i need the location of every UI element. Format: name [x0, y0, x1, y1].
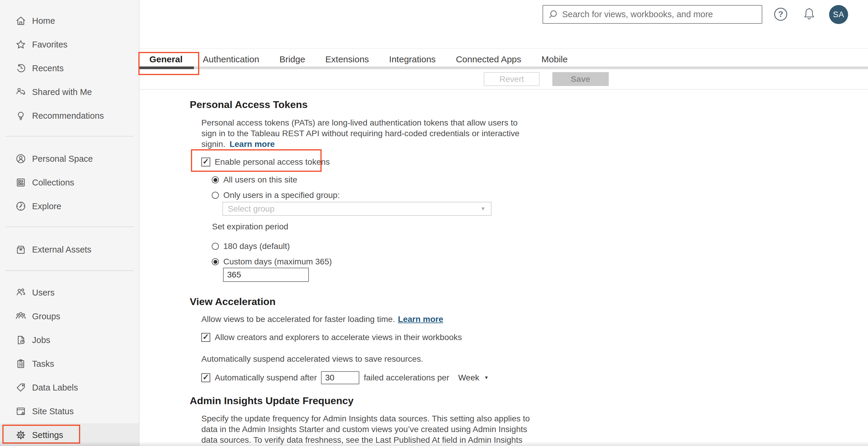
va-suspend-row: ✓ Automatically suspend after failed acc… [202, 371, 489, 384]
suspend-period-select[interactable]: Week ▼ [458, 373, 489, 382]
va-learn-more-link[interactable]: Learn more [398, 314, 443, 324]
scope-group-label: Only users in a specified group: [223, 191, 340, 200]
view-acceleration-title: View Acceleration [190, 296, 276, 307]
admin-insights-title: Admin Insights Update Frequency [190, 395, 354, 407]
revert-button[interactable]: Revert [484, 72, 539, 86]
notifications-bell-icon[interactable] [802, 6, 816, 22]
sidebar-item-favorites[interactable]: Favorites [0, 33, 139, 56]
lightbulb-icon [15, 110, 27, 122]
sidebar-item-label: Tasks [32, 359, 54, 369]
chevron-down-icon: ▼ [480, 206, 486, 212]
sidebar-item-label: Home [32, 16, 55, 26]
exp-default-row: 180 days (default) [212, 240, 290, 253]
shared-with-me-icon [15, 86, 27, 98]
star-icon [15, 39, 27, 50]
selected-tab-underline [140, 66, 194, 69]
sidebar-item-label: Personal Space [32, 154, 93, 164]
scope-all-label: All users on this site [223, 175, 297, 184]
gear-icon [15, 429, 27, 441]
save-button[interactable]: Save [552, 72, 609, 86]
group-select-dropdown[interactable]: Select group ▼ [222, 202, 492, 216]
sidebar-item-collections[interactable]: Collections [0, 171, 139, 194]
exp-custom-label: Custom days (maximum 365) [223, 257, 332, 267]
sidebar-item-personal-space[interactable]: Personal Space [0, 147, 139, 171]
sidebar-item-recommendations[interactable]: Recommendations [0, 104, 139, 128]
group-select-placeholder: Select group [228, 204, 274, 214]
exp-custom-radio[interactable] [212, 258, 219, 265]
sidebar-item-explore[interactable]: Explore [0, 194, 139, 218]
admin-insights-description: Specify the update frequency for Admin I… [202, 413, 647, 445]
pat-section-title: Personal Access Tokens [190, 99, 308, 110]
allow-accelerate-label: Allow creators and explorers to accelera… [215, 333, 462, 342]
sidebar-item-label: Collections [32, 178, 74, 187]
header-divider [140, 48, 868, 49]
enable-pat-label: Enable personal access tokens [215, 157, 330, 167]
sidebar-item-label: Groups [32, 312, 60, 321]
va-intro: Allow views to be accelerated for faster… [202, 314, 647, 324]
users-icon [15, 287, 27, 299]
tableau-settings-page: HomeFavoritesRecentsShared with MeRecomm… [0, 0, 868, 446]
pat-scope-all-row: All users on this site [212, 173, 297, 186]
site-status-icon [15, 405, 27, 417]
sidebar-divider [5, 227, 134, 227]
tab-bridge[interactable]: Bridge [279, 54, 305, 64]
sidebar-item-external-assets[interactable]: External Assets [0, 238, 139, 262]
tab-extensions[interactable]: Extensions [326, 54, 369, 64]
tab-track [140, 66, 868, 69]
tab-general[interactable]: General [149, 54, 183, 64]
sidebar-item-label: Favorites [32, 40, 67, 49]
scope-group-radio[interactable] [212, 192, 219, 199]
clipboard-icon [15, 358, 27, 370]
avatar-initials: SA [833, 10, 844, 19]
avatar[interactable]: SA [829, 5, 848, 24]
person-circle-icon [15, 153, 27, 165]
groups-icon [15, 310, 27, 322]
sidebar-item-label: Data Labels [32, 383, 78, 392]
sidebar-item-settings[interactable]: Settings [0, 423, 139, 446]
sidebar-item-label: Settings [32, 430, 63, 440]
pat-enable-row: ✓ Enable personal access tokens [202, 156, 330, 169]
tag-icon [15, 382, 27, 393]
custom-days-input[interactable] [223, 268, 309, 282]
sidebar: HomeFavoritesRecentsShared with MeRecomm… [0, 0, 140, 446]
sidebar-item-users[interactable]: Users [0, 281, 139, 304]
sidebar-item-recents[interactable]: Recents [0, 56, 139, 80]
sidebar-item-label: Jobs [32, 335, 50, 345]
sidebar-item-label: Users [32, 288, 55, 298]
sidebar-item-label: External Assets [32, 245, 91, 254]
allow-accelerate-checkbox[interactable]: ✓ [202, 333, 210, 342]
sidebar-item-label: Explore [32, 202, 61, 211]
exp-custom-row: Custom days (maximum 365) [212, 255, 332, 268]
enable-pat-checkbox[interactable]: ✓ [202, 158, 210, 167]
sidebar-item-home[interactable]: Home [0, 9, 139, 33]
tab-mobile[interactable]: Mobile [541, 54, 567, 64]
compass-icon [15, 200, 27, 212]
tab-integrations[interactable]: Integrations [389, 54, 436, 64]
search-icon [547, 9, 559, 20]
exp-default-label: 180 days (default) [223, 242, 290, 251]
sidebar-item-tasks[interactable]: Tasks [0, 352, 139, 376]
scope-all-radio[interactable] [212, 176, 219, 183]
sidebar-item-site-status[interactable]: Site Status [0, 400, 139, 423]
pat-description: Personal access tokens (PATs) are long-l… [202, 117, 617, 149]
help-icon[interactable]: ? [774, 8, 787, 21]
sidebar-divider [5, 136, 134, 137]
sidebar-item-shared-with-me[interactable]: Shared with Me [0, 80, 139, 104]
tab-authentication[interactable]: Authentication [203, 54, 259, 64]
sidebar-item-label: Site Status [32, 407, 74, 416]
sidebar-item-label: Recommendations [32, 111, 104, 121]
recents-clock-icon [15, 62, 27, 74]
drawer-icon [15, 244, 27, 255]
exp-default-radio[interactable] [212, 243, 219, 250]
auto-suspend-checkbox[interactable]: ✓ [202, 373, 210, 382]
expiration-period-label: Set expiration period [212, 222, 288, 232]
sidebar-item-jobs[interactable]: Jobs [0, 328, 139, 352]
pat-learn-more-link[interactable]: Learn more [229, 139, 275, 149]
sidebar-item-groups[interactable]: Groups [0, 304, 139, 328]
home-icon [15, 15, 27, 27]
tab-connected-apps[interactable]: Connected Apps [456, 54, 521, 64]
search-box [542, 5, 762, 24]
sidebar-item-data-labels[interactable]: Data Labels [0, 376, 139, 400]
suspend-count-input[interactable] [321, 371, 359, 384]
search-input[interactable] [562, 9, 762, 19]
